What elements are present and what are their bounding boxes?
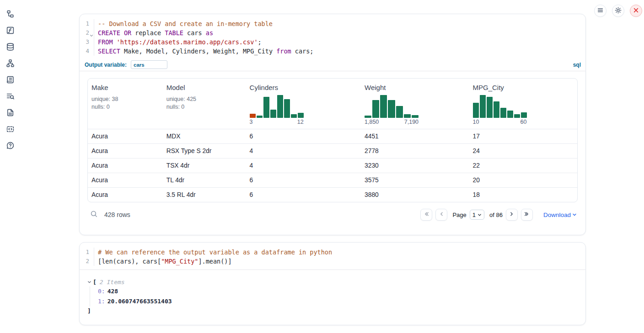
snippets-code-icon [6,125,15,135]
open-bracket: [ [93,279,97,285]
shutdown-button[interactable] [630,5,642,17]
column-header-make[interactable]: Make unique: 38nulls: 0 [88,79,163,129]
menu-icon [597,7,604,15]
settings-button[interactable] [612,5,624,17]
download-button[interactable]: Download [543,211,577,218]
code-line: 1 -- Download a CSV and create an in-mem… [80,19,585,28]
line-number: 1 [80,19,94,28]
cylinders-histogram: 312 [250,95,304,125]
database-icon [6,42,15,53]
code-line: 4 SELECT Make, Model, Cylinders, Weight,… [80,47,585,56]
previous-page-button[interactable] [435,209,447,221]
output-variable-input[interactable] [131,60,167,69]
table-footer: 428 rows Page 1 of 86 Download [87,206,578,223]
histogram-bar [521,112,527,118]
nulls-stat: nulls: 0 [166,103,242,111]
code-line: 2 CREATE OR replace TABLE cars as [80,28,585,37]
search-icon [90,210,98,219]
table-header-row: Make unique: 38nulls: 0 Model unique: 42… [88,79,577,129]
table-row[interactable]: AcuraMDX6445117 [88,129,577,143]
logs-search-icon [6,92,15,102]
histogram-bar [270,110,276,118]
file-explorer-button[interactable] [5,9,16,20]
list-item: 0:428 [98,286,578,296]
histogram-bar [514,114,520,118]
function-icon [6,26,15,36]
last-page-button[interactable] [521,209,533,221]
line-number: 3 [80,37,94,47]
histogram-bar [284,99,290,118]
next-page-button[interactable] [506,209,518,221]
python-comment: # We can reference the output variable a… [98,248,332,256]
histogram-bar [494,101,499,118]
sql-cell-toolbar: Output variable: sql [80,58,585,71]
histogram-bar [291,114,297,118]
histogram-bar [250,114,256,118]
dependency-graph-icon [6,59,15,69]
python-code-editor[interactable]: 1 # We can reference the output variable… [80,243,585,266]
data-table: Make unique: 38nulls: 0 Model unique: 42… [87,78,578,202]
line-number: 4 [80,47,94,56]
output-variable-label: Output variable: [85,62,127,68]
histogram-bar [396,106,403,118]
chevron-right-icon [509,211,515,218]
weight-histogram: 1,8507,190 [365,95,419,125]
histogram-bar [365,116,371,118]
histogram-bar [412,115,419,118]
dependency-graph-button[interactable] [5,58,16,69]
sql-comment: -- Download a CSV and create an in-memor… [98,20,273,27]
line-number: 1 [80,248,94,257]
nulls-stat: nulls: 0 [91,103,159,111]
left-sidebar [0,0,20,333]
items-count: 2 Items [100,279,125,285]
scratchpad-button[interactable] [5,75,16,86]
menu-button[interactable] [594,5,606,17]
code-line: 2 [len(cars), cars["MPG_City"].mean()] [80,257,585,266]
data-sources-button[interactable] [5,42,16,53]
variables-button[interactable] [5,26,16,37]
snippets-button[interactable] [5,124,16,135]
first-page-button[interactable] [420,209,432,221]
page-total: of 86 [489,211,503,218]
chevron-left-icon [439,211,445,218]
histogram-bar [372,100,379,118]
sql-cell: 1 -- Download a CSV and create an in-mem… [79,14,586,235]
language-badge: sql [573,62,581,68]
documentation-button[interactable] [5,108,16,119]
table-row[interactable]: AcuraRSX Type S 2dr4277824 [88,143,577,158]
histogram-bar [263,97,269,118]
table-row[interactable]: AcuraTSX 4dr4323022 [88,158,577,173]
axis-max: 7,190 [404,119,419,125]
axis-min: 10 [473,119,479,125]
histogram-bar [507,111,513,118]
help-button[interactable] [5,141,16,152]
mpg-city-histogram: 1060 [473,95,527,125]
table-row[interactable]: AcuraTL 4dr6357520 [88,173,577,187]
row-count: 428 rows [104,211,130,218]
close-bracket: ] [87,307,578,316]
histogram-bar [487,97,493,118]
sql-code-editor[interactable]: 1 -- Download a CSV and create an in-mem… [80,14,585,56]
list-item: 1:20.060747663551403 [98,296,578,307]
tree-collapse-button[interactable] [87,279,91,285]
logs-button[interactable] [5,91,16,102]
pagination: Page 1 of 86 Download [420,209,577,221]
notebook-actions [594,5,642,17]
column-header-weight[interactable]: Weight 1,8507,190 [361,79,469,129]
chevrons-left-icon [424,211,429,218]
code-line: 1 # We can reference the output variable… [80,248,585,257]
code-line: 3 FROM 'https://datasets.marimo.app/cars… [80,37,585,47]
scratchpad-scroll-icon [6,75,15,85]
line-number: 2 [80,257,94,266]
table-search-button[interactable] [88,208,100,221]
column-header-model[interactable]: Model unique: 425nulls: 0 [163,79,246,129]
column-header-mpg-city[interactable]: MPG_City 1060 [469,79,578,129]
histogram-bar [257,116,263,118]
column-header-cylinders[interactable]: Cylinders 312 [246,79,361,129]
table-row[interactable]: Acura3.5 RL 4dr6388018 [88,187,577,202]
chevrons-right-icon [524,211,530,218]
axis-min: 1,850 [365,119,379,125]
unique-stat: unique: 425 [166,95,242,103]
page-select[interactable]: 1 [470,210,484,220]
chevron-down-icon [572,211,577,218]
